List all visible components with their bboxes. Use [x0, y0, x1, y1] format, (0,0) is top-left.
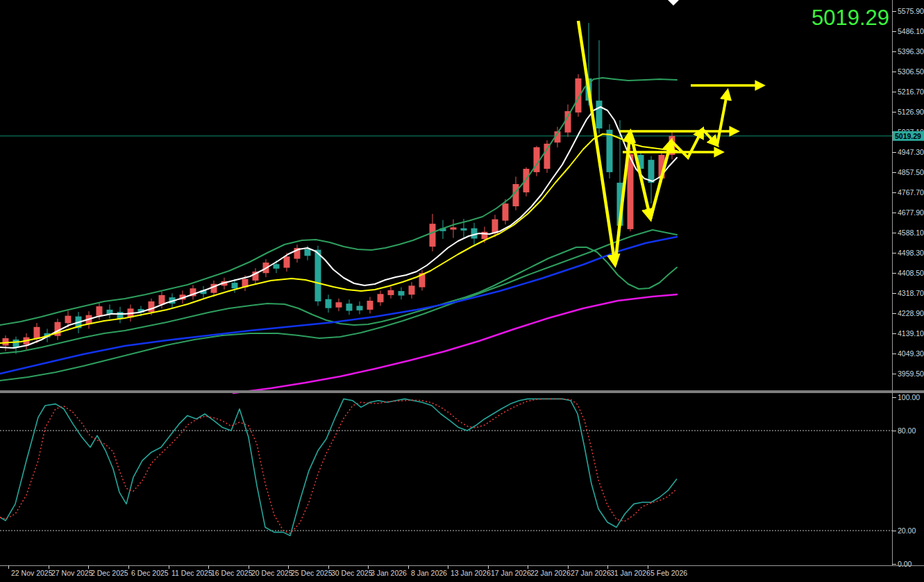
candle-body [65, 316, 72, 324]
date-tick-label: 8 Jan 2026 [411, 569, 447, 577]
candle-body [367, 301, 373, 310]
price-tick-label: 4677.90 [898, 208, 924, 217]
price-tick-label: 4857.50 [898, 168, 924, 176]
price-tick-label: 4408.50 [898, 269, 924, 277]
trading-chart-window: 5575.905486.105396.305306.505216.705126.… [0, 0, 924, 582]
candle-body [451, 227, 457, 229]
chart-svg: 5575.905486.105396.305306.505216.705126.… [0, 0, 924, 582]
price-tick-label: 5126.90 [898, 108, 924, 116]
candle-body [159, 295, 165, 305]
candle-body [326, 299, 332, 308]
last-price-display: 5019.29 [812, 6, 889, 30]
price-tick-label: 4139.10 [898, 329, 924, 338]
candle-body [607, 130, 613, 172]
date-tick-label: 6 Dec 2025 [131, 569, 169, 577]
price-tick-label: 3959.50 [898, 369, 924, 378]
candle-body [274, 264, 280, 268]
candle-body [346, 304, 353, 310]
date-tick-label: 20 Dec 2025 [251, 569, 293, 577]
candle-body [513, 184, 519, 206]
candle-body [596, 101, 603, 128]
date-tick-label: 2 Dec 2025 [91, 569, 128, 577]
date-tick-label: 16 Dec 2025 [211, 569, 253, 577]
candle-body [430, 224, 436, 247]
current-price-badge-label: 5019.29 [895, 132, 921, 140]
indicator-tick-label: 80.00 [898, 426, 916, 435]
candle-body [357, 306, 363, 310]
candle-body [409, 285, 415, 294]
price-tick-label: 5306.50 [898, 67, 924, 76]
candle-body [232, 283, 238, 288]
current-price-badge: 5019.29 [893, 131, 924, 141]
candle-body [544, 144, 551, 169]
candle-body [315, 250, 321, 301]
candle-body [461, 228, 467, 231]
date-tick-label: 22 Jan 2026 [530, 569, 571, 577]
date-tick-label: 17 Jan 2026 [491, 569, 531, 577]
candle-body [117, 312, 124, 319]
price-tick-label: 4588.10 [898, 228, 924, 237]
date-tick-label: 11 Dec 2025 [171, 569, 212, 577]
date-tick-label: 22 Nov 2025 [11, 569, 53, 577]
date-tick-label: 13 Jan 2026 [451, 569, 491, 577]
date-tick-label: 25 Dec 2025 [291, 569, 333, 577]
candle [607, 124, 613, 178]
price-tick-label: 4228.90 [898, 309, 924, 317]
chart-background[interactable] [0, 0, 924, 582]
candle-body [565, 111, 571, 133]
date-tick-label: 5 Feb 2026 [650, 569, 687, 577]
candle-body [648, 160, 655, 183]
date-tick-label: 27 Jan 2026 [571, 569, 611, 577]
candle-body [503, 203, 509, 221]
date-tick-label: 31 Jan 2026 [610, 569, 650, 577]
price-tick-label: 4318.70 [898, 289, 924, 297]
candle-body [336, 302, 342, 307]
price-tick-label: 5575.90 [898, 7, 924, 15]
price-tick-label: 4049.30 [898, 349, 924, 358]
price-tick-label: 5486.10 [898, 27, 924, 35]
candle-body [284, 256, 290, 267]
price-tick-label: 5216.70 [898, 88, 924, 96]
candle-body [149, 301, 155, 312]
panel-separator[interactable] [0, 390, 924, 393]
date-tick-label: 30 Dec 2025 [331, 569, 373, 577]
indicator-tick-label: 20.00 [898, 526, 916, 535]
price-tick-label: 5396.30 [898, 47, 924, 56]
candle-body [34, 327, 40, 339]
candle-body [96, 306, 103, 316]
candle-body [378, 294, 384, 302]
candle-body [305, 249, 311, 256]
date-tick-label: 3 Jan 2026 [371, 569, 407, 577]
candle-body [398, 291, 405, 295]
indicator-tick-label: 100.00 [898, 393, 920, 401]
date-tick-label: 27 Nov 2025 [51, 569, 93, 577]
price-tick-label: 4767.70 [898, 188, 924, 197]
price-tick-label: 4498.30 [898, 249, 924, 257]
candle-body [388, 290, 394, 295]
candle-body [523, 169, 530, 192]
indicator-tick-label: 0.00 [898, 560, 912, 568]
candle-body [628, 154, 634, 229]
price-tick-label: 4947.30 [898, 148, 924, 156]
